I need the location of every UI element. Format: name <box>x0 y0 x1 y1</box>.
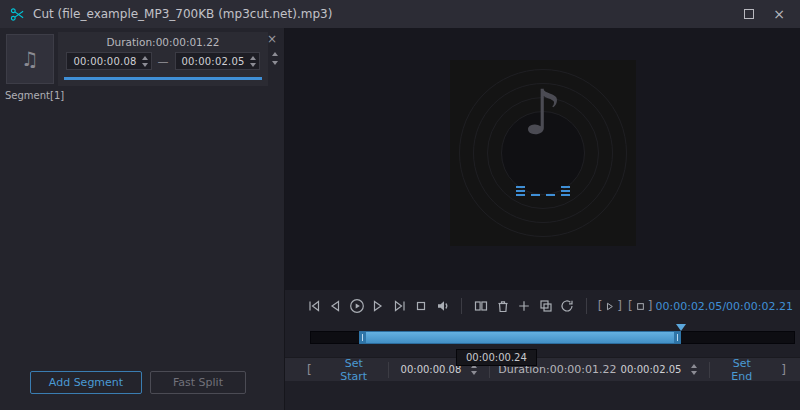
separator <box>461 298 462 314</box>
separator <box>388 362 389 378</box>
equalizer-bars-icon <box>516 184 570 196</box>
timeline <box>310 331 795 344</box>
fast-split-button[interactable]: Fast Split <box>150 371 246 394</box>
segment-progress-fill <box>64 77 262 80</box>
time-display: 00:00:02.05/00:00:02.21 <box>655 300 800 313</box>
reset-button[interactable] <box>557 296 576 317</box>
music-note-icon: ♪ <box>450 82 636 144</box>
scissors-icon <box>10 7 25 22</box>
timeline-selection[interactable] <box>359 331 682 344</box>
selection-start-handle[interactable] <box>359 332 366 343</box>
total-time: 00:00:02.21 <box>726 300 793 313</box>
window-title: Cut (file_example_MP3_700KB (mp3cut.net)… <box>33 7 734 21</box>
selection-end-handle[interactable] <box>674 332 681 343</box>
separator <box>709 362 710 378</box>
close-button[interactable]: × <box>764 0 794 28</box>
album-art: ♪ <box>450 60 636 246</box>
cut-dialog-window: Cut (file_example_MP3_700KB (mp3cut.net)… <box>0 0 800 410</box>
play-segment-button[interactable]: [ ] <box>598 299 622 313</box>
position-tooltip: 00:00:00.24 <box>456 349 537 366</box>
segment-end-spinner[interactable]: 00:00:02.05 <box>175 52 260 70</box>
split-button[interactable] <box>471 296 490 317</box>
play-button[interactable] <box>347 296 366 317</box>
skip-start-button[interactable] <box>304 296 323 317</box>
segment-progress-track <box>64 77 262 80</box>
music-note-icon: ♫ <box>21 47 39 71</box>
spinner-down-icon[interactable] <box>250 63 256 67</box>
stop-segment-button[interactable]: [ ] <box>628 299 652 313</box>
maximize-button[interactable] <box>734 0 764 28</box>
segment-duration-label: Duration:00:00:01.22 <box>64 36 262 48</box>
trim-bar: [ Set Start 00:00:00.08 Duration:00:00:0… <box>285 357 800 381</box>
spinner-down-icon[interactable] <box>142 63 148 67</box>
title-bar: Cut (file_example_MP3_700KB (mp3cut.net)… <box>0 0 800 28</box>
range-dash: — <box>158 55 169 68</box>
stop-button[interactable] <box>411 296 430 317</box>
move-segment-up-button[interactable] <box>272 52 278 56</box>
trim-end-value: 00:00:02.05 <box>621 364 682 375</box>
step-forward-button[interactable] <box>368 296 387 317</box>
skip-end-button[interactable] <box>390 296 409 317</box>
start-bracket: [ <box>307 363 312 377</box>
spinner-up-icon[interactable] <box>250 56 256 60</box>
set-start-button[interactable]: Set Start <box>328 357 380 383</box>
remove-segment-button[interactable]: × <box>265 32 279 46</box>
segment-label: Segment[1] <box>5 90 64 101</box>
add-split-button[interactable] <box>514 296 533 317</box>
separator <box>586 298 587 314</box>
maximize-icon <box>744 9 754 19</box>
segment-thumbnail[interactable]: ♫ <box>6 34 54 84</box>
current-time: 00:00:02.05 <box>655 300 722 313</box>
spinner-up-icon[interactable] <box>142 56 148 60</box>
end-bracket: ] <box>781 363 786 377</box>
playhead-marker[interactable] <box>676 324 686 331</box>
step-back-button[interactable] <box>325 296 344 317</box>
copy-segment-button[interactable] <box>536 296 555 317</box>
set-end-button[interactable]: Set End <box>718 357 765 383</box>
spinner-down-icon[interactable] <box>691 371 697 375</box>
spinner-up-icon[interactable] <box>691 364 697 368</box>
trim-start-value: 00:00:00.08 <box>401 364 462 375</box>
preview-area: ♪ <box>285 28 800 290</box>
segment-start-value: 00:00:00.08 <box>73 56 136 67</box>
move-segment-down-button[interactable] <box>272 61 278 65</box>
volume-button[interactable] <box>433 296 452 317</box>
delete-segment-button[interactable] <box>493 296 512 317</box>
add-segment-button[interactable]: Add Segment <box>30 371 142 394</box>
segment-start-spinner[interactable]: 00:00:00.08 <box>66 52 151 70</box>
spinner-down-icon[interactable] <box>471 371 477 375</box>
trim-end-spinner[interactable]: 00:00:02.05 <box>617 364 702 375</box>
transport-bar: [ ] [ ] 00:00:02.05/00:00:02.21 <box>285 290 800 322</box>
segment-editor-card: Duration:00:00:01.22 00:00:00.08 — 00:00… <box>58 32 268 86</box>
segments-panel: ♫ Segment[1] Duration:00:00:01.22 00:00:… <box>0 28 285 410</box>
segment-end-value: 00:00:02.05 <box>182 56 245 67</box>
